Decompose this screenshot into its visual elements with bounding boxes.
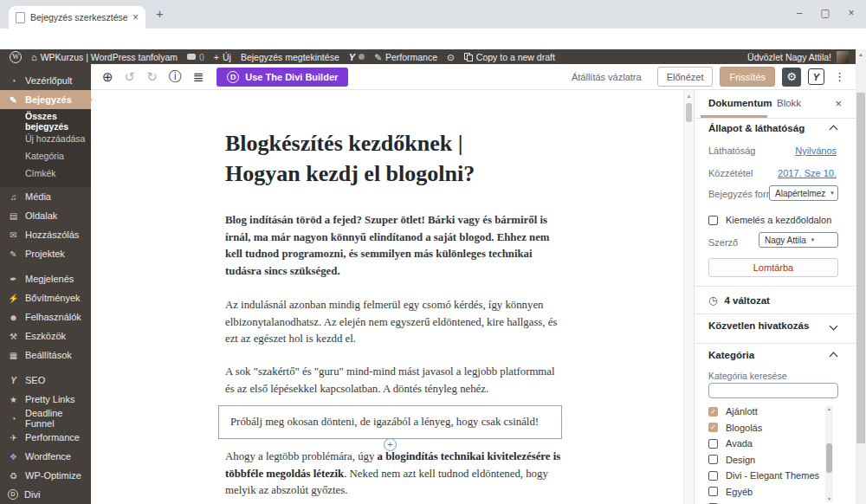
checkbox-icon[interactable] — [708, 455, 718, 464]
browser-tab[interactable]: Bejegyzés szerkesztése ‹ WPKurz × — [9, 6, 145, 29]
sidebar-item-bovitmenyek[interactable]: ⚡Bővítmények — [0, 288, 91, 307]
sidebar-item-seo[interactable]: YSEO — [0, 371, 91, 390]
admin-bar-account[interactable]: Üdvözlet Nagy Attila! — [747, 51, 849, 63]
sidebar-item-projektek[interactable]: ✎Projektek — [0, 244, 91, 263]
author-select[interactable]: Nagy Attila▾ — [759, 232, 838, 248]
post-format-select[interactable]: Alapértelmez▾ — [769, 185, 838, 201]
admin-bar-yoast[interactable]: Y — [349, 52, 365, 62]
yoast-toolbar-button[interactable]: Y — [808, 68, 824, 85]
scrollbar-thumb[interactable] — [826, 443, 832, 473]
checkbox-checked-icon[interactable]: ✓ — [708, 423, 718, 432]
admin-bar-copy-draft[interactable]: Copy to a new draft — [464, 52, 555, 62]
paragraph-block[interactable]: A sok "szakértő" és "guru" mind-mind más… — [225, 364, 566, 397]
category-list-scrollbar[interactable]: ▲ ▼ — [825, 405, 833, 502]
scroll-up-icon[interactable]: ▲ — [825, 405, 833, 412]
sticky-checkbox-row[interactable]: Kiemelés a kezdőoldalon — [708, 215, 831, 225]
sidebar-item-wordfence[interactable]: ❖Wordfence — [0, 447, 91, 466]
tab-close-icon[interactable]: × — [132, 11, 139, 23]
more-tools-icon[interactable]: ⋮ — [834, 70, 845, 83]
scrollbar-thumb[interactable] — [686, 103, 692, 122]
editor-scrollbar[interactable]: ▲ — [683, 90, 694, 504]
selected-quote-block[interactable]: Próbálj meg okosan dönteni, de igazából … — [218, 405, 562, 439]
submenu-uj-hozzaadasa[interactable]: Új hozzáadása — [0, 130, 91, 147]
visibility-value-link[interactable]: Nyilvános — [795, 145, 837, 156]
category-checkbox-design[interactable]: Design — [708, 452, 821, 468]
sidebar-item-eszkozok[interactable]: ⚒Eszközök — [0, 326, 91, 346]
post-editor-canvas[interactable]: Blogkészítés kezdőknek | Hogyan kezdj el… — [91, 90, 683, 504]
sidebar-item-hozzaszolas[interactable]: ✉Hozzászólás — [0, 225, 91, 244]
scroll-down-icon[interactable]: ▼ — [825, 495, 833, 502]
admin-bar-view-post[interactable]: Bejegyzés megtekintése — [241, 52, 339, 62]
info-icon[interactable]: ⓘ — [169, 68, 182, 85]
admin-bar-comments[interactable]: 0 — [187, 52, 204, 62]
update-button[interactable]: Frissítés — [720, 67, 775, 87]
sidebar-item-deadline-funnel[interactable]: ◔Deadline Funnel — [0, 409, 91, 428]
status-section-title[interactable]: Állapot & láthatóság — [708, 123, 805, 133]
sidebar-item-wp-optimize[interactable]: ♻WP-Optimize — [0, 466, 91, 485]
paragraph-block[interactable]: Blog indításán töröd a fejed? Szuper ötl… — [225, 212, 566, 280]
category-checkbox-avada[interactable]: Avada — [708, 436, 821, 452]
move-to-trash-button[interactable]: Lomtárba — [708, 258, 838, 277]
revisions-row[interactable]: ◷4 változat — [708, 294, 770, 307]
sidebar-item-media[interactable]: ♫Média — [0, 187, 91, 206]
new-tab-button[interactable]: + — [156, 6, 164, 21]
preview-button[interactable]: Előnézet — [657, 67, 714, 87]
category-section-title[interactable]: Kategória — [708, 350, 754, 360]
undo-icon[interactable]: ↺ — [125, 69, 136, 85]
category-checkbox-divi[interactable]: Divi - Elegant Themes — [708, 468, 821, 484]
tab-dokumentum[interactable]: Dokumentum — [708, 98, 772, 108]
sidebar-item-megjelenes[interactable]: ✒Megjelenés — [0, 269, 91, 288]
category-search-input[interactable] — [708, 383, 838, 398]
page-scrollbar[interactable]: ▲ — [856, 49, 866, 504]
scroll-up-icon[interactable]: ▲ — [684, 90, 694, 99]
outline-icon[interactable]: ≣ — [193, 69, 204, 85]
redo-icon[interactable]: ↻ — [146, 69, 158, 85]
post-title[interactable]: Blogkészítés kezdőknek | Hogyan kezdj el… — [225, 128, 527, 189]
scrollbar-thumb[interactable] — [856, 93, 865, 443]
sidebar-item-oldalak[interactable]: ▤Oldalak — [0, 206, 91, 225]
chevron-up-icon[interactable] — [830, 352, 838, 361]
sidebar-item-performance[interactable]: ✈Performance — [0, 428, 91, 447]
submenu-cimkek[interactable]: Címkék — [0, 165, 91, 182]
sidebar-item-vezerlopult[interactable]: ◔Vezérlőpult — [0, 71, 91, 90]
checkbox-icon[interactable] — [708, 216, 718, 225]
sidebar-item-beallitasok[interactable]: ▦Beállítások — [0, 346, 91, 365]
window-close-button[interactable]: × — [838, 0, 864, 26]
site-name: WPKurzus | WordPress tanfolyam — [41, 52, 178, 62]
category-checkbox-ajanlott[interactable]: ✓Ajánlott — [708, 404, 821, 420]
sidebar-item-bejegyzes[interactable]: ✎Bejegyzés — [0, 90, 91, 109]
admin-bar-performance[interactable]: ✎Performance — [374, 52, 437, 62]
admin-bar-target[interactable]: ⊙ — [447, 52, 455, 62]
sidebar-item-pretty-links[interactable]: ★Pretty Links — [0, 390, 91, 409]
switch-to-draft-link[interactable]: Átállítás vázlatra — [572, 72, 642, 82]
chevron-up-icon[interactable] — [830, 126, 838, 134]
paragraph-block[interactable]: Ahogy a legtöbb problémára, úgy a blogin… — [225, 449, 566, 500]
window-minimize-button[interactable]: – — [786, 0, 812, 26]
sidebar-item-felhasznalok[interactable]: ☻Felhasználók — [0, 307, 91, 326]
add-block-icon[interactable]: ⊕ — [102, 69, 113, 85]
divi-builder-button[interactable]: DUse The Divi Builder — [216, 68, 348, 87]
window-maximize-button[interactable]: ▢ — [812, 0, 838, 26]
permalink-section-title[interactable]: Közvetlen hivatkozás — [708, 320, 809, 331]
category-checkbox-partial[interactable] — [708, 500, 821, 504]
checkbox-icon[interactable] — [708, 439, 718, 449]
tab-blokk[interactable]: Blokk — [777, 98, 801, 108]
settings-gear-button[interactable]: ⚙ — [782, 68, 801, 87]
scroll-up-icon[interactable]: ▲ — [856, 49, 866, 57]
category-checkbox-blogolas[interactable]: ✓Blogolás — [708, 420, 821, 436]
clock-icon: ◔ — [8, 414, 19, 423]
chevron-down-icon[interactable] — [830, 322, 838, 331]
checkbox-checked-icon[interactable]: ✓ — [708, 407, 718, 417]
publish-date-link[interactable]: 2017. Sze 10. — [778, 168, 837, 178]
wp-logo-icon[interactable]: W — [10, 51, 22, 63]
submenu-kategoria[interactable]: Kategória — [0, 147, 91, 165]
checkbox-icon[interactable] — [708, 487, 718, 496]
paragraph-block[interactable]: Az indulásnál azonban mindig felmerül eg… — [225, 297, 566, 348]
checkbox-icon[interactable] — [708, 471, 718, 481]
sidebar-item-divi[interactable]: DDivi — [0, 485, 91, 504]
submenu-osszes-bejegyzes[interactable]: Összes bejegyzés — [0, 113, 91, 130]
admin-bar-new[interactable]: +Új — [214, 52, 231, 62]
close-panel-icon[interactable]: × — [835, 97, 842, 110]
admin-bar-site-link[interactable]: ⌂WPKurzus | WordPress tanfolyam — [31, 52, 178, 62]
category-checkbox-egyeb[interactable]: Egyéb — [708, 484, 821, 501]
